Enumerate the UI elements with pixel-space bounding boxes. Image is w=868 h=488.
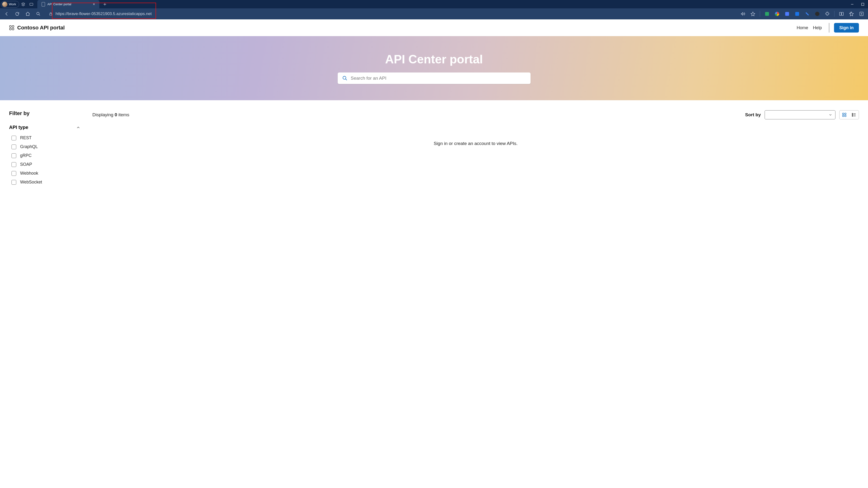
page-icon [42, 2, 45, 6]
svg-rect-13 [845, 113, 846, 115]
hero-banner: API Center portal [0, 36, 868, 100]
checkbox-icon[interactable] [11, 153, 16, 158]
url-text: https://brave-flower-053521903.5.azurest… [56, 11, 152, 16]
address-bar[interactable]: https://brave-flower-053521903.5.azurest… [46, 10, 177, 18]
empty-state-message: Sign in or create an account to view API… [92, 131, 859, 146]
extension-icon[interactable] [763, 10, 771, 18]
profile-switcher[interactable]: Work [1, 1, 19, 8]
collections-icon[interactable] [858, 10, 866, 18]
tab-actions-icon[interactable] [27, 0, 35, 8]
svg-rect-5 [842, 12, 844, 15]
svg-rect-10 [12, 28, 14, 30]
address-bar-container: https://brave-flower-053521903.5.azurest… [46, 10, 177, 18]
separator [829, 23, 829, 33]
extensions-menu-icon[interactable] [823, 10, 831, 18]
chevron-down-icon [829, 113, 832, 117]
results-toolbar: Displaying 0 items Sort by [92, 110, 859, 119]
svg-rect-3 [50, 13, 52, 15]
favorite-star-icon[interactable] [749, 10, 757, 18]
browser-navbar: https://brave-flower-053521903.5.azurest… [0, 8, 868, 20]
filter-option[interactable]: REST [11, 135, 92, 140]
filter-title: Filter by [9, 110, 92, 117]
logo-icon [9, 25, 14, 30]
back-button[interactable] [2, 9, 11, 18]
new-tab-button[interactable] [101, 0, 109, 8]
list-view-button[interactable] [849, 110, 859, 119]
nav-home[interactable]: Home [794, 25, 811, 30]
search-input[interactable] [351, 75, 526, 81]
filter-option[interactable]: Webhook [11, 171, 92, 176]
svg-rect-4 [839, 12, 841, 15]
search-button[interactable] [34, 9, 42, 18]
filter-option[interactable]: WebSocket [11, 180, 92, 185]
search-box[interactable] [338, 72, 531, 84]
count-suffix: items [117, 112, 129, 117]
read-aloud-icon[interactable] [739, 10, 747, 18]
option-label: GraphQL [20, 144, 38, 149]
extension-icon[interactable] [783, 10, 791, 18]
chevron-up-icon [76, 125, 81, 130]
favorites-icon[interactable] [847, 10, 856, 18]
filter-options: REST GraphQL gRPC SOAP Webhook WebSocket [9, 135, 92, 185]
svg-point-18 [852, 116, 853, 116]
filter-sidebar: Filter by API type REST GraphQL gRPC SOA… [9, 110, 92, 185]
filter-group-toggle[interactable]: API type [9, 125, 81, 130]
portal-logo[interactable]: Contoso API portal [9, 25, 65, 31]
option-label: REST [20, 135, 32, 140]
option-label: WebSocket [20, 180, 42, 185]
grid-view-button[interactable] [839, 110, 849, 119]
filter-option[interactable]: SOAP [11, 162, 92, 167]
browser-tab[interactable]: API Center portal × [37, 0, 99, 8]
home-button[interactable] [24, 9, 32, 18]
hero-title: API Center portal [385, 53, 483, 66]
avatar [2, 2, 7, 7]
svg-rect-12 [843, 113, 844, 115]
extension-icon[interactable] [773, 10, 781, 18]
portal-title: Contoso API portal [17, 25, 65, 31]
checkbox-icon[interactable] [11, 180, 16, 185]
count-number: 0 [115, 112, 117, 117]
window-minimize-icon[interactable] [847, 0, 858, 8]
sort-select[interactable] [765, 110, 835, 119]
svg-point-11 [343, 76, 346, 79]
workspaces-icon[interactable] [19, 0, 27, 8]
view-toggle [839, 110, 859, 119]
svg-rect-9 [9, 28, 11, 30]
svg-point-16 [852, 113, 853, 114]
tab-title: API Center portal [48, 2, 71, 6]
checkbox-icon[interactable] [11, 144, 16, 149]
count-prefix: Displaying [92, 112, 115, 117]
filter-option[interactable]: gRPC [11, 153, 92, 158]
extension-icon[interactable] [803, 10, 811, 18]
svg-rect-15 [845, 115, 846, 117]
svg-point-17 [852, 115, 853, 115]
checkbox-icon[interactable] [11, 162, 16, 167]
checkbox-icon[interactable] [11, 171, 16, 176]
lock-icon [49, 12, 53, 16]
search-icon [342, 75, 347, 81]
checkbox-icon[interactable] [11, 136, 16, 140]
extension-icon[interactable] [813, 10, 822, 18]
split-screen-icon[interactable] [837, 10, 845, 18]
svg-rect-14 [843, 115, 844, 117]
filter-group-label: API type [9, 125, 28, 130]
filter-option[interactable]: GraphQL [11, 144, 92, 149]
page-viewport: Contoso API portal Home Help Sign in API… [0, 20, 868, 488]
separator [834, 11, 835, 17]
svg-rect-0 [30, 3, 33, 5]
signin-button[interactable]: Sign in [834, 23, 859, 33]
refresh-button[interactable] [13, 9, 22, 18]
svg-rect-7 [9, 26, 11, 27]
svg-rect-1 [862, 3, 864, 5]
browser-titlebar: Work API Center portal × [0, 0, 868, 8]
content-area: Filter by API type REST GraphQL gRPC SOA… [0, 100, 868, 185]
portal-header: Contoso API portal Home Help Sign in [0, 20, 868, 36]
results-area: Displaying 0 items Sort by [92, 110, 859, 185]
svg-rect-8 [12, 26, 14, 27]
extension-icon[interactable] [793, 10, 801, 18]
results-count: Displaying 0 items [92, 112, 129, 118]
close-tab-icon[interactable]: × [93, 2, 95, 6]
window-maximize-icon[interactable] [858, 0, 868, 8]
nav-help[interactable]: Help [811, 25, 824, 30]
svg-point-2 [37, 12, 39, 15]
